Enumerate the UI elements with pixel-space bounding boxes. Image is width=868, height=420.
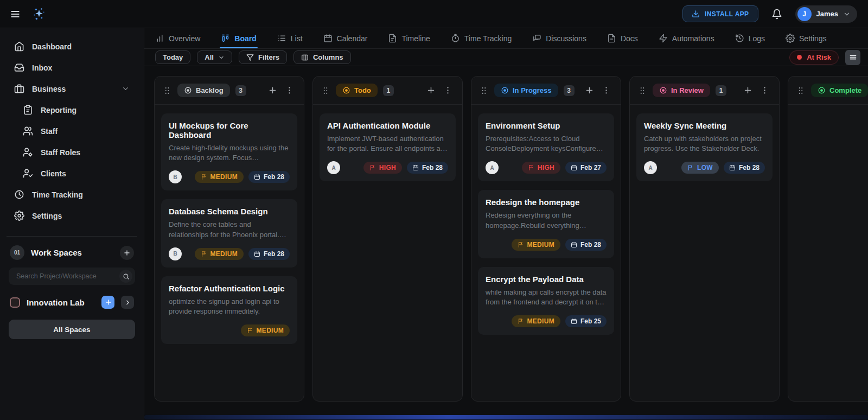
kanban-board: Backlog 3 UI Mockups for Core Dashboard … bbox=[144, 66, 868, 415]
time-tracking-icon bbox=[451, 34, 460, 43]
add-card-button[interactable] bbox=[424, 84, 438, 97]
sidebar-item-time-tracking[interactable]: Time Tracking bbox=[9, 184, 135, 205]
due-date-badge: Feb 28 bbox=[248, 248, 290, 260]
drag-handle-icon[interactable] bbox=[796, 86, 806, 96]
assignee-avatar: A bbox=[486, 161, 499, 174]
chevron-down-icon bbox=[218, 54, 225, 61]
status-pill-in-progress[interactable]: In Progress bbox=[494, 84, 558, 97]
sidebar: DashboardInboxBusinessReportingStaffStaf… bbox=[0, 28, 144, 420]
tab-time-tracking[interactable]: Time Tracking bbox=[451, 28, 512, 48]
task-card[interactable]: Environment Setup Prerequisites:Access t… bbox=[478, 113, 614, 181]
sidebar-item-business[interactable]: Business bbox=[9, 78, 135, 99]
sidebar-item-settings[interactable]: Settings bbox=[9, 205, 135, 226]
tab-logs[interactable]: Logs bbox=[735, 28, 765, 48]
sidebar-item-clients[interactable]: Clients bbox=[9, 163, 135, 184]
sidebar-toggle-button[interactable] bbox=[8, 7, 23, 22]
today-filter-button[interactable]: Today bbox=[155, 50, 190, 64]
column-options-button[interactable] bbox=[599, 84, 613, 97]
task-card[interactable]: API Authentication Module Implement JWT-… bbox=[320, 113, 456, 181]
column-options-button[interactable] bbox=[441, 84, 455, 97]
task-card[interactable]: UI Mockups for Core Dashboard Create hig… bbox=[161, 113, 297, 190]
task-card[interactable]: Database Schema Design Define the core t… bbox=[161, 199, 297, 267]
chevron-down-icon[interactable] bbox=[122, 85, 130, 93]
board-menu-button[interactable] bbox=[845, 50, 860, 65]
column-options-button[interactable] bbox=[758, 84, 771, 97]
install-app-button[interactable]: INSTALL APP bbox=[682, 5, 758, 22]
tab-list[interactable]: List bbox=[277, 28, 303, 48]
column-header: In Progress 3 bbox=[471, 77, 621, 105]
status-pill-todo[interactable]: Todo bbox=[336, 84, 378, 97]
sidebar-item-inbox[interactable]: Inbox bbox=[9, 57, 135, 78]
add-card-button[interactable] bbox=[266, 84, 279, 97]
tab-overview[interactable]: Overview bbox=[155, 28, 200, 48]
tab-timeline[interactable]: Timeline bbox=[388, 28, 430, 48]
status-pill-backlog[interactable]: Backlog bbox=[177, 84, 230, 97]
add-workspace-button[interactable] bbox=[120, 246, 134, 260]
tab-settings[interactable]: Settings bbox=[786, 28, 827, 48]
task-card[interactable]: Refactor Authentication Logic optimize t… bbox=[161, 276, 297, 344]
card-footer: BMEDIUMFeb 28 bbox=[169, 247, 290, 260]
add-card-button[interactable] bbox=[741, 84, 755, 97]
overview-icon bbox=[155, 34, 164, 43]
flag-icon bbox=[518, 241, 524, 248]
clients-icon bbox=[23, 168, 33, 179]
drag-handle-icon[interactable] bbox=[321, 86, 330, 96]
at-risk-badge[interactable]: At Risk bbox=[789, 50, 839, 65]
tab-discussions[interactable]: Discussions bbox=[532, 28, 586, 48]
column-options-button[interactable] bbox=[283, 84, 296, 97]
card-list: API Authentication Module Implement JWT-… bbox=[313, 105, 462, 190]
timeline-icon bbox=[388, 34, 397, 43]
card-list: Environment Setup Prerequisites:Access t… bbox=[471, 105, 621, 343]
add-card-button[interactable] bbox=[583, 84, 596, 97]
staff-roles-icon bbox=[23, 147, 33, 157]
status-pill-in-review[interactable]: In Review bbox=[653, 84, 710, 97]
task-card[interactable]: Encrypt the Payload Data while making ap… bbox=[478, 267, 614, 335]
drag-handle-icon[interactable] bbox=[479, 86, 489, 96]
plus-icon bbox=[123, 249, 131, 257]
card-footer: BMEDIUMFeb 28 bbox=[169, 170, 290, 183]
add-project-button[interactable] bbox=[101, 296, 114, 309]
search-icon[interactable] bbox=[119, 270, 132, 283]
card-list bbox=[788, 105, 868, 122]
tab-calendar[interactable]: Calendar bbox=[323, 28, 368, 48]
flag-icon bbox=[201, 174, 207, 180]
calendar-icon bbox=[571, 164, 577, 171]
scrollbar-thumb[interactable] bbox=[144, 415, 868, 419]
task-card[interactable]: Weekly Sync Meeting Catch up with stakeh… bbox=[636, 113, 773, 181]
columns-button[interactable]: Columns bbox=[293, 50, 351, 64]
tab-automations[interactable]: Automations bbox=[659, 28, 714, 48]
tab-board[interactable]: Board bbox=[221, 28, 256, 48]
filters-button[interactable]: Filters bbox=[239, 50, 287, 64]
calendar-icon bbox=[729, 164, 736, 171]
card-description: Define the core tables and relationships… bbox=[169, 220, 290, 239]
sidebar-item-reporting[interactable]: Reporting bbox=[9, 99, 135, 120]
workspace-search-input[interactable] bbox=[15, 272, 119, 281]
hamburger-menu-icon bbox=[10, 9, 21, 20]
sidebar-item-staff-roles[interactable]: Staff Roles bbox=[9, 142, 135, 163]
notifications-button[interactable] bbox=[769, 7, 784, 22]
sidebar-item-dashboard[interactable]: Dashboard bbox=[9, 36, 135, 57]
workspace-item-innovation-lab[interactable]: Innovation Lab bbox=[9, 295, 135, 310]
business-icon bbox=[14, 84, 24, 94]
grip-icon bbox=[637, 86, 647, 96]
user-menu[interactable]: J James bbox=[795, 5, 857, 23]
all-spaces-button[interactable]: All Spaces bbox=[9, 320, 135, 339]
assignee-avatar: B bbox=[169, 247, 182, 260]
drag-handle-icon[interactable] bbox=[637, 86, 647, 96]
column-backlog: Backlog 3 UI Mockups for Core Dashboard … bbox=[154, 76, 304, 402]
list-icon bbox=[277, 34, 286, 43]
horizontal-scrollbar[interactable] bbox=[144, 415, 868, 420]
drag-handle-icon[interactable] bbox=[162, 86, 172, 96]
sidebar-item-staff[interactable]: Staff bbox=[9, 120, 135, 142]
flag-icon bbox=[687, 164, 694, 171]
card-title: Database Schema Design bbox=[169, 207, 290, 216]
all-filter-dropdown[interactable]: All bbox=[197, 50, 232, 64]
card-title: Weekly Sync Meeting bbox=[644, 121, 765, 130]
task-card[interactable]: Redesign the homepage Redesign everythin… bbox=[478, 190, 614, 258]
column-todo: Todo 1 API Authentication Module Impleme… bbox=[312, 76, 463, 402]
expand-workspace-button[interactable] bbox=[121, 296, 134, 309]
tab-docs[interactable]: Docs bbox=[607, 28, 638, 48]
card-title: UI Mockups for Core Dashboard bbox=[169, 121, 290, 139]
status-pill-complete[interactable]: Complete bbox=[811, 84, 868, 97]
settings-icon bbox=[786, 34, 795, 43]
